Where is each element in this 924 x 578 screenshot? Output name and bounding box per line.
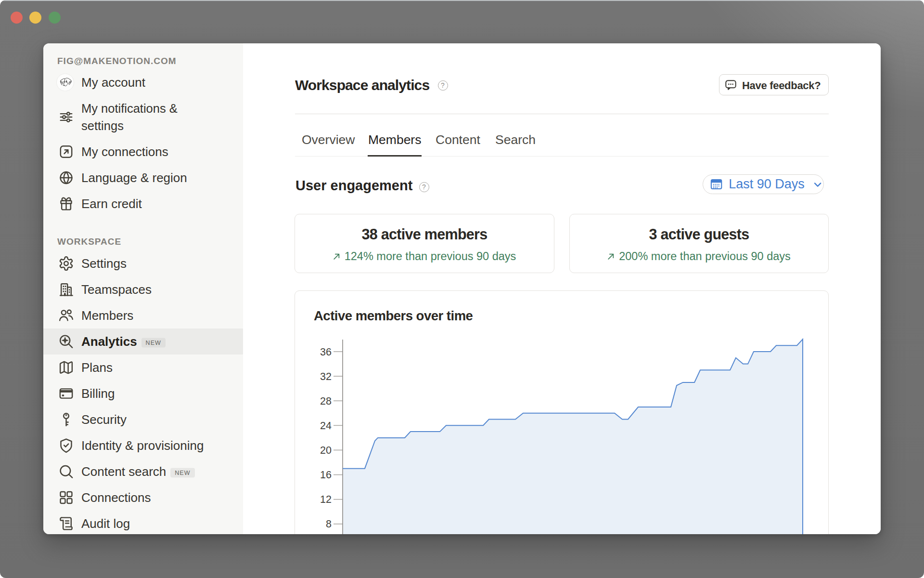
svg-text:36: 36	[320, 346, 332, 358]
svg-text:20: 20	[320, 445, 332, 456]
svg-text:16: 16	[320, 469, 332, 481]
svg-text:24: 24	[320, 420, 332, 432]
svg-text:12: 12	[320, 494, 332, 505]
svg-text:28: 28	[320, 395, 332, 407]
svg-text:8: 8	[326, 518, 332, 530]
svg-text:32: 32	[320, 371, 332, 382]
